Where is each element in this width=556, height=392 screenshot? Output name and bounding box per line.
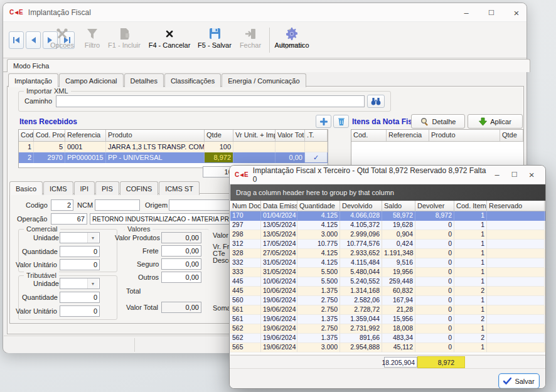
tab-implanta-o[interactable]: Implantação [8, 73, 58, 87]
table-row[interactable]: 22970PP0000015PP - UNIVERSAL8,9720,00✓ [19, 152, 328, 163]
grid-cell[interactable] [487, 268, 545, 277]
grid-cell[interactable]: 2.750 [297, 296, 340, 305]
grid-cell[interactable]: PP0000015 [65, 152, 106, 163]
table-row[interactable]: 56219/06/20241.375891,66483,3402 [230, 334, 546, 343]
grid-cell[interactable]: 18,008 [382, 324, 415, 334]
grid-cell[interactable] [305, 142, 328, 152]
grid-cell[interactable]: 2 [454, 287, 487, 296]
grid-cell[interactable]: 0001 [65, 142, 106, 152]
grid-cell[interactable]: 9,516 [382, 258, 415, 268]
grid-cell[interactable]: 31/05/2024 [261, 258, 297, 268]
operacao-input[interactable]: 67 [51, 213, 87, 225]
grid-cell[interactable]: 170 [230, 211, 261, 221]
outros-input[interactable]: 0,00 [161, 272, 201, 283]
column-header[interactable]: Devolver [415, 201, 454, 211]
grid-cell[interactable]: 1 [454, 230, 487, 240]
group-by-band[interactable]: Drag a column header here to group by th… [230, 184, 546, 201]
column-header[interactable]: Cod. [19, 130, 34, 141]
grid-cell[interactable]: 17/05/2024 [261, 240, 297, 249]
grid-cell[interactable]: 31/05/2024 [261, 268, 297, 277]
grid-cell[interactable]: 0,424 [382, 240, 415, 249]
delete-item-button[interactable] [333, 115, 349, 128]
column-header[interactable]: .T. [305, 130, 328, 141]
aplicar-button[interactable]: Aplicar [468, 114, 523, 129]
frete-input[interactable]: 0,00 [161, 245, 201, 257]
grid-cell[interactable]: 1.191,348 [382, 249, 415, 258]
grid-cell[interactable]: 4.066,028 [340, 211, 382, 221]
detalhe-button[interactable]: Detalhe [411, 114, 465, 129]
column-header[interactable]: Produto [106, 130, 205, 141]
grid-cell[interactable]: 483,34 [382, 334, 415, 343]
grid-cell[interactable]: 19/06/2024 [261, 334, 297, 343]
grid-cell[interactable]: 1.375 [297, 287, 340, 296]
grid-cell[interactable]: 10/06/2024 [261, 277, 297, 287]
column-header[interactable]: Qtde [205, 130, 233, 141]
grid-cell[interactable]: 5 [34, 142, 65, 152]
grid-cell[interactable]: 297 [230, 221, 261, 230]
grid-cell[interactable]: 4.125 [297, 258, 340, 268]
grid-cell[interactable]: 60,832 [382, 287, 415, 296]
grid-cell[interactable] [487, 315, 545, 324]
grid-cell[interactable]: 333 [230, 268, 261, 277]
grid-cell[interactable]: 21,28 [382, 305, 415, 315]
grid-cell[interactable]: 1 [454, 296, 487, 305]
grid-cell[interactable]: 2.954,888 [340, 343, 382, 352]
column-header[interactable]: Vr Unit. + Imp [233, 130, 275, 141]
modal-maximize-button[interactable]: ☐ [506, 167, 523, 183]
table-row[interactable]: 56119/06/20242.7502.728,7221,2801 [230, 305, 546, 315]
tributavel-valor-unitario-input[interactable]: 0 [60, 305, 100, 317]
grid-cell[interactable]: 1 [454, 221, 487, 230]
cancelar-button[interactable]: F4 - Cancelar [146, 28, 193, 49]
grid-cell[interactable]: 3.000 [297, 343, 340, 352]
filtro-button[interactable]: Filtro [80, 28, 105, 49]
grid-cell[interactable]: 5.500 [297, 268, 340, 277]
column-header[interactable]: Cod. Prod. [34, 130, 65, 141]
fechar-button[interactable]: Fechar [237, 28, 264, 49]
tab-classifica-es[interactable]: Classificações [164, 73, 221, 87]
grid-cell[interactable]: 45,112 [382, 343, 415, 352]
grid-cell[interactable]: 19/06/2024 [261, 305, 297, 315]
detail-tab-icms-st[interactable]: ICMS ST [159, 181, 200, 195]
grid-cell[interactable]: 445 [230, 287, 261, 296]
grid-cell[interactable]: 2 [454, 334, 487, 343]
grid-cell[interactable]: 0,00 [275, 152, 305, 163]
grid-cell[interactable]: 27/05/2024 [261, 249, 297, 258]
grid-cell[interactable] [487, 343, 545, 352]
minimize-button[interactable]: – [456, 5, 477, 20]
grid-cell[interactable]: 1 [454, 324, 487, 334]
modal-titlebar[interactable]: C◄E Implantação Fiscal x Terceiro - Qtd … [230, 166, 545, 184]
tab-detalhes[interactable]: Detalhes [124, 73, 164, 87]
grid-cell[interactable]: 1.375 [297, 334, 340, 343]
grid-cell[interactable]: 1.359,044 [340, 315, 382, 324]
table-row[interactable]: 29713/05/20244.1254.105,37219,62801 [230, 221, 546, 230]
grid-cell[interactable]: 2.933,652 [340, 249, 382, 258]
table-row[interactable]: 56519/06/20243.0002.954,88845,11201 [230, 343, 546, 352]
grid-cell[interactable]: 1 [454, 268, 487, 277]
grid-cell[interactable]: 0 [415, 268, 454, 277]
grid-cell[interactable]: 1 [454, 258, 487, 268]
grid-cell[interactable] [233, 152, 275, 163]
grid-cell[interactable]: 8,972 [205, 152, 233, 163]
column-header[interactable]: Cod. [351, 130, 387, 141]
close-button[interactable]: × [506, 5, 527, 20]
detail-tab-pis[interactable]: PIS [95, 181, 119, 195]
column-header[interactable]: Referencia [65, 130, 106, 141]
grid-cell[interactable]: 0 [415, 324, 454, 334]
table-row[interactable]: 44510/06/20245.5005.240,552259,44801 [230, 277, 546, 287]
column-header[interactable]: Data Emissao [261, 201, 297, 211]
grid-cell[interactable]: 2.750 [297, 324, 340, 334]
operacao-desc-input[interactable]: RETORNO INDUSTRIALIZACAO - MATERIA PRIMA [90, 213, 232, 225]
comercial-quantidade-input[interactable]: 0 [60, 246, 100, 257]
detail-tab-icms[interactable]: ICMS [43, 181, 73, 195]
grid-cell[interactable] [487, 287, 545, 296]
grid-cell[interactable] [487, 211, 545, 221]
comercial-valor-unitario-input[interactable]: 0 [60, 259, 100, 270]
grid-cell[interactable]: 0,904 [382, 230, 415, 240]
grid-cell[interactable]: 0 [415, 287, 454, 296]
column-header[interactable]: Devolvido [340, 201, 382, 211]
grid-cell[interactable]: 5.240,552 [340, 277, 382, 287]
grid-cell[interactable]: 561 [230, 305, 261, 315]
grid-cell[interactable]: 167,94 [382, 296, 415, 305]
grid-cell[interactable]: 1 [454, 305, 487, 315]
grid-cell[interactable] [487, 258, 545, 268]
